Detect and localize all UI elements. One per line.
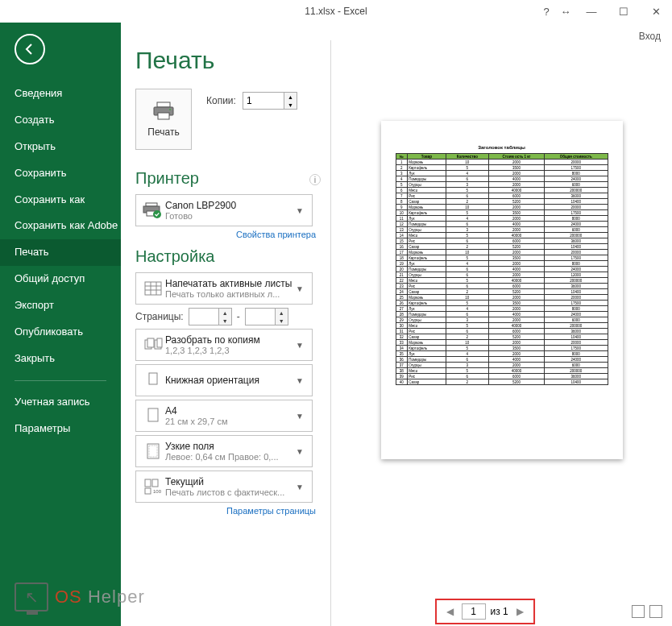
sidebar-item-3[interactable]: Сохранить [0,160,121,187]
svg-text:100: 100 [153,489,162,494]
prev-page-button[interactable]: ◀ [443,606,457,617]
scaling-icon: 100 [141,478,165,495]
svg-rect-17 [145,479,151,487]
chevron-down-icon: ▼ [296,412,307,421]
sidebar-item-9[interactable]: Опубликовать [0,319,121,346]
margins-dropdown[interactable]: Узкие поляЛевое: 0,64 см Правое: 0,... ▼ [135,435,313,467]
sidebar-item-10[interactable]: Закрыть [0,346,121,372]
pages-from-spinner[interactable]: ▲▼ [189,308,232,325]
titlebar: 11.xlsx - Excel ? ↔ — ☐ ✕ [0,0,672,23]
sidebar-item-1[interactable]: Создать [0,107,121,134]
sheets-icon [141,280,165,296]
page-icon [141,407,165,425]
page-title: Печать [135,47,330,74]
svg-rect-4 [146,203,157,206]
svg-point-3 [169,109,171,110]
printer-heading: Принтер [135,169,309,188]
page-preview-sheet: Заголовок таблицы №ТоварКоличествоСтоим … [381,121,623,459]
chevron-down-icon: ▼ [296,376,307,385]
backstage-sidebar: СведенияСоздатьОткрытьСохранитьСохранить… [0,23,121,626]
help-icon[interactable]: ? [537,0,556,23]
spinner-up-icon[interactable]: ▲ [284,93,297,101]
margins-icon [141,442,165,460]
sidebar-item-4[interactable]: Сохранить как [0,187,121,214]
printer-status: Готово [165,211,296,221]
paper-size-dropdown[interactable]: A421 см x 29,7 см ▼ [135,400,313,432]
svg-rect-2 [158,113,169,119]
sidebar-bottom-item-1[interactable]: Параметры [0,416,121,442]
svg-rect-14 [148,408,158,421]
sidebar-item-5[interactable]: Сохранить как Adobe PDF [0,213,121,239]
svg-rect-12 [157,338,162,347]
pages-label: Страницы: [135,311,184,322]
print-button[interactable]: Печать [135,89,192,150]
print-scope-dropdown[interactable]: Напечатать активные листыПечать только а… [135,272,313,305]
fullwidth-icon[interactable]: ↔ [556,0,575,23]
show-margins-icon[interactable] [632,605,645,618]
chevron-down-icon: ▼ [296,341,307,350]
scaling-dropdown[interactable]: 100 ТекущийПечать листов с фактическ... … [135,471,313,503]
svg-rect-8 [145,282,161,295]
info-icon[interactable]: i [309,174,321,185]
back-button[interactable] [15,34,45,64]
chevron-down-icon: ▼ [296,483,307,491]
copies-spinner[interactable]: ▲▼ [243,92,297,110]
copies-label: Копии: [206,95,236,106]
printer-dropdown[interactable]: Canon LBP2900 Готово ▼ [135,194,313,226]
collate-icon [141,337,165,353]
collate-dropdown[interactable]: Разобрать по копиям1,2,3 1,2,3 1,2,3 ▼ [135,329,313,361]
close-icon[interactable]: ✕ [640,0,672,23]
chevron-down-icon: ▼ [296,284,307,293]
sidebar-item-6[interactable]: Печать [0,239,121,266]
maximize-icon[interactable]: ☐ [608,0,640,23]
chevron-down-icon: ▼ [296,206,307,215]
printer-properties-link[interactable]: Свойства принтера [135,230,316,239]
page-of-label: из 1 [491,606,508,617]
svg-rect-19 [145,488,151,494]
printer-icon [151,101,176,122]
sidebar-bottom-item-0[interactable]: Учетная запись [0,389,121,416]
next-page-button[interactable]: ▶ [513,606,527,617]
watermark: ↖ OS Helper [15,582,145,611]
pages-to-spinner[interactable]: ▲▼ [245,308,288,325]
printer-status-icon [141,201,165,219]
copies-input[interactable] [243,92,284,110]
cursor-monitor-icon: ↖ [15,582,48,611]
orientation-dropdown[interactable]: Книжная ориентация ▼ [135,364,313,396]
svg-rect-18 [152,479,158,487]
window-title: 11.xlsx - Excel [305,6,367,17]
printer-name: Canon LBP2900 [165,200,296,211]
print-preview: Заголовок таблицы №ТоварКоличествоСтоим … [330,40,672,626]
settings-heading: Настройка [135,247,330,266]
current-page-input[interactable] [462,603,486,620]
spinner-down-icon[interactable]: ▼ [284,101,297,109]
print-button-label: Печать [147,126,179,138]
portrait-icon [141,371,165,389]
chevron-down-icon: ▼ [296,447,307,456]
sidebar-item-0[interactable]: Сведения [0,81,121,107]
svg-rect-13 [149,373,157,384]
sidebar-item-7[interactable]: Общий доступ [0,266,121,292]
zoom-page-icon[interactable] [649,605,662,618]
page-setup-link[interactable]: Параметры страницы [135,506,316,516]
minimize-icon[interactable]: — [575,0,608,23]
page-navigator: ◀ из 1 ▶ [443,603,527,620]
svg-rect-0 [157,102,170,107]
svg-rect-10 [147,338,154,347]
sidebar-item-2[interactable]: Открыть [0,134,121,160]
sidebar-item-8[interactable]: Экспорт [0,292,121,319]
